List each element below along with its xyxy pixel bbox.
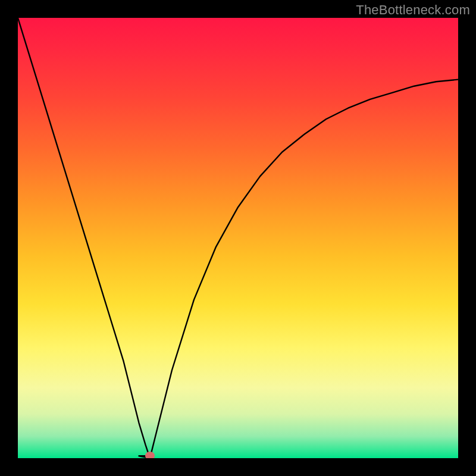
- minimum-marker-icon: [145, 452, 155, 458]
- chart-frame: TheBottleneck.com: [0, 0, 476, 476]
- watermark-text: TheBottleneck.com: [356, 2, 470, 18]
- plot-area: [18, 18, 458, 458]
- curve-layer: [18, 18, 458, 458]
- bottleneck-curve: [18, 18, 458, 458]
